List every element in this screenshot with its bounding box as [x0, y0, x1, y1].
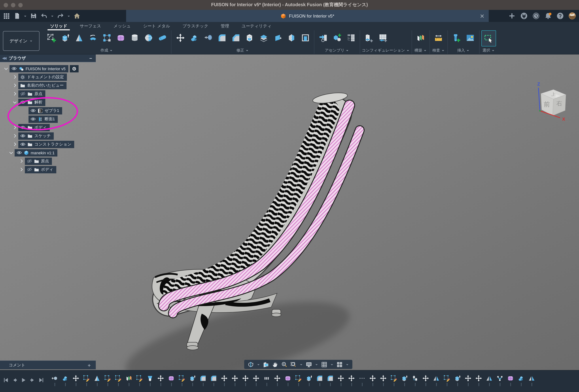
- pin-button[interactable]: [201, 30, 215, 45]
- ribbon-group-label[interactable]: コンフィギュレーション: [362, 48, 410, 53]
- ribbon-tab[interactable]: サーフェス: [74, 22, 107, 30]
- timeline-feature-move[interactable]: [274, 375, 281, 386]
- timeline-feature-construct-plane[interactable]: [125, 375, 132, 386]
- chevron-down-icon[interactable]: [68, 15, 70, 18]
- eye-off-icon[interactable]: [20, 91, 26, 96]
- chevron-down-icon[interactable]: [300, 364, 302, 366]
- timeline-feature-sketch[interactable]: [83, 375, 90, 386]
- config-item-button[interactable]: [362, 30, 376, 45]
- tree-node[interactable]: ゼブラ1: [28, 107, 62, 114]
- timeline-feature-move[interactable]: [242, 375, 249, 386]
- eye-off-icon[interactable]: [27, 167, 32, 172]
- new-component-button[interactable]: [330, 30, 344, 45]
- document-tab[interactable]: FUISON for Interior v5*: [126, 10, 489, 22]
- offset-button[interactable]: [257, 30, 271, 45]
- insert-image-button[interactable]: [463, 30, 477, 45]
- chevron-down-icon[interactable]: [407, 50, 409, 52]
- chevron-down-icon[interactable]: [51, 15, 53, 18]
- chev-r-icon[interactable]: [12, 134, 17, 138]
- bell-icon[interactable]: [544, 12, 552, 20]
- shell-button[interactable]: [243, 30, 257, 45]
- move-button[interactable]: [173, 30, 187, 45]
- eye-icon[interactable]: [20, 125, 26, 130]
- construct-plane-button[interactable]: [414, 30, 428, 45]
- orbit-icon[interactable]: [247, 361, 254, 368]
- avatar-icon[interactable]: [568, 12, 576, 20]
- timeline-feature-move[interactable]: [348, 375, 355, 386]
- timeline-feature-fillet[interactable]: [210, 375, 217, 386]
- timeline-feature-move[interactable]: [253, 375, 260, 386]
- ribbon-group-label[interactable]: 構築: [414, 48, 428, 53]
- chev-r-icon[interactable]: [19, 159, 24, 163]
- save-icon[interactable]: [29, 12, 38, 20]
- timeline-feature-extrude[interactable]: [454, 375, 461, 386]
- timeline-feature-copy[interactable]: [412, 375, 419, 386]
- timeline-feature-bars[interactable]: [263, 375, 270, 386]
- ribbon-group-label[interactable]: 修正: [173, 48, 312, 53]
- ribbon-tab[interactable]: 管理: [215, 22, 235, 30]
- extrude-button[interactable]: [58, 30, 72, 45]
- ribbon-group-label[interactable]: 挿入: [450, 48, 477, 53]
- eye-icon[interactable]: [30, 116, 36, 122]
- config-table-button[interactable]: [376, 30, 390, 45]
- timeline-feature-mirror[interactable]: [486, 375, 493, 386]
- chevron-down-icon[interactable]: [315, 364, 318, 366]
- collapse-panel-icon[interactable]: ◀◀: [2, 56, 6, 60]
- timeline-feature-extrude[interactable]: [189, 375, 196, 386]
- replace-face-button[interactable]: [298, 30, 312, 45]
- timeline-feature-sketch[interactable]: [178, 375, 185, 386]
- fillet-button[interactable]: [215, 30, 229, 45]
- ribbon-group-label[interactable]: 作成: [44, 48, 169, 53]
- skip-start-icon[interactable]: [3, 377, 9, 383]
- timeline-feature-move[interactable]: [231, 375, 238, 386]
- chev-r-icon[interactable]: [12, 83, 17, 88]
- eye-icon[interactable]: [11, 66, 17, 71]
- pan-icon[interactable]: [272, 361, 279, 368]
- timeline-feature-form[interactable]: [168, 375, 175, 386]
- timeline-feature-fillet[interactable]: [316, 375, 323, 386]
- undo-icon[interactable]: [40, 12, 48, 20]
- app-grid-icon[interactable]: [2, 12, 11, 20]
- tree-node[interactable]: 解析: [18, 98, 45, 106]
- joint-table-button[interactable]: [344, 30, 358, 45]
- chevron-down-icon[interactable]: [331, 364, 333, 366]
- tree-node[interactable]: manekin v1:1: [15, 149, 58, 156]
- measure-button[interactable]: [432, 30, 445, 45]
- sweep-button[interactable]: [86, 30, 100, 45]
- sphere-button[interactable]: [142, 30, 155, 45]
- eye-icon[interactable]: [20, 133, 26, 139]
- file-new-icon[interactable]: [13, 12, 21, 20]
- play-icon[interactable]: [20, 377, 27, 383]
- timeline-feature-move[interactable]: [337, 375, 344, 386]
- tree-node[interactable]: 原点: [25, 157, 52, 165]
- chev-d-icon[interactable]: [4, 66, 8, 71]
- timeline-feature-move[interactable]: [369, 375, 376, 386]
- timeline-feature-mirror[interactable]: [528, 375, 535, 386]
- ribbon-tab[interactable]: プラスチック: [177, 22, 214, 30]
- chevron-down-icon[interactable]: [346, 50, 349, 52]
- look-at-icon[interactable]: [263, 361, 269, 368]
- timeline-feature-fillet[interactable]: [327, 375, 334, 386]
- chevron-down-icon[interactable]: [424, 50, 426, 52]
- tree-node[interactable]: コンストラクション: [18, 141, 74, 148]
- ribbon-tab[interactable]: メッシュ: [108, 22, 136, 30]
- eye-icon[interactable]: [20, 99, 26, 105]
- press-pull-button[interactable]: [187, 30, 201, 45]
- ribbon-group-label[interactable]: アセンブリ: [316, 48, 358, 53]
- chev-r-icon[interactable]: [12, 142, 17, 147]
- viewports-icon[interactable]: [336, 361, 343, 368]
- timeline-feature-move[interactable]: [221, 375, 228, 386]
- plus-icon[interactable]: [508, 12, 516, 20]
- step-fwd-icon[interactable]: [29, 377, 35, 383]
- timeline-feature-sketch[interactable]: [295, 375, 302, 386]
- timeline-feature-move[interactable]: [465, 375, 472, 386]
- comments-panel[interactable]: コメント +: [0, 361, 96, 369]
- cylinder-button[interactable]: [128, 30, 142, 45]
- pattern-button[interactable]: [100, 30, 114, 45]
- tree-node[interactable]: ボディ: [25, 166, 56, 173]
- clock-icon[interactable]: [532, 12, 540, 20]
- tree-node[interactable]: 原点: [18, 90, 45, 97]
- timeline-feature-move[interactable]: [422, 375, 429, 386]
- timeline-feature-form[interactable]: [284, 375, 291, 386]
- active-component-radio[interactable]: [70, 65, 79, 72]
